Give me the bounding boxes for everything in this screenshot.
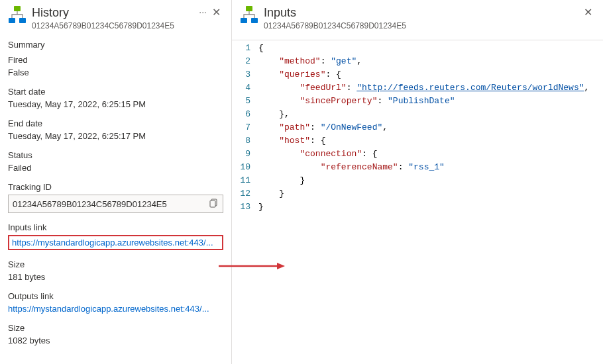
inputs-header: Inputs 01234A56789B01234C56789D01234E5 ✕: [232, 5, 603, 30]
tracking-id-input[interactable]: [13, 199, 209, 209]
history-header: History 01234A56789B01234C56789D01234E5 …: [8, 5, 223, 30]
workflow-icon: [240, 5, 258, 24]
inputs-subtitle: 01234A56789B01234C56789D01234E5: [264, 21, 581, 30]
copy-icon[interactable]: [209, 199, 219, 210]
svg-rect-1: [9, 18, 15, 23]
summary-heading: Summary: [8, 40, 223, 50]
line-gutter: 12345678910111213: [232, 42, 258, 364]
inputs-link[interactable]: https://mystandardlogicapp.azurewebsites…: [12, 238, 219, 248]
json-editor[interactable]: 12345678910111213 { "method": "get", "qu…: [232, 40, 603, 364]
outputs-size-label: Size: [8, 323, 223, 333]
inputs-panel: Inputs 01234A56789B01234C56789D01234E5 ✕…: [232, 0, 603, 364]
svg-rect-7: [251, 18, 258, 23]
svg-rect-2: [19, 18, 26, 23]
svg-rect-0: [14, 6, 21, 11]
code-content: { "method": "get", "queries": { "feedUrl…: [258, 42, 603, 364]
tracking-id-label: Tracking ID: [8, 182, 223, 192]
outputs-size-value: 1082 bytes: [8, 336, 223, 345]
inputs-size-value: 181 bytes: [8, 272, 223, 282]
fired-label: Fired: [8, 55, 223, 65]
more-button[interactable]: ···: [196, 7, 209, 17]
tracking-id-box: [8, 195, 223, 213]
outputs-link[interactable]: https://mystandardlogicapp.azurewebsites…: [8, 304, 209, 314]
fired-value: False: [8, 68, 223, 77]
workflow-icon: [8, 5, 27, 24]
close-inputs-button[interactable]: ✕: [581, 5, 595, 20]
inputs-link-highlight: https://mystandardlogicapp.azurewebsites…: [8, 235, 223, 250]
history-subtitle: 01234A56789B01234C56789D01234E5: [32, 21, 196, 30]
history-title: History: [32, 5, 196, 20]
start-date-value: Tuesday, May 17, 2022, 6:25:15 PM: [8, 99, 223, 109]
end-date-value: Tuesday, May 17, 2022, 6:25:17 PM: [8, 131, 223, 141]
inputs-link-label: Inputs link: [8, 222, 223, 232]
inputs-size-label: Size: [8, 259, 223, 269]
inputs-title: Inputs: [264, 5, 581, 20]
start-date-label: Start date: [8, 87, 223, 97]
end-date-label: End date: [8, 118, 223, 128]
outputs-link-label: Outputs link: [8, 291, 223, 301]
status-value: Failed: [8, 163, 223, 173]
history-panel: History 01234A56789B01234C56789D01234E5 …: [0, 0, 232, 364]
status-label: Status: [8, 150, 223, 160]
svg-rect-5: [246, 6, 252, 11]
svg-rect-4: [210, 201, 215, 207]
svg-rect-6: [241, 18, 247, 23]
close-history-button[interactable]: ✕: [209, 5, 223, 20]
